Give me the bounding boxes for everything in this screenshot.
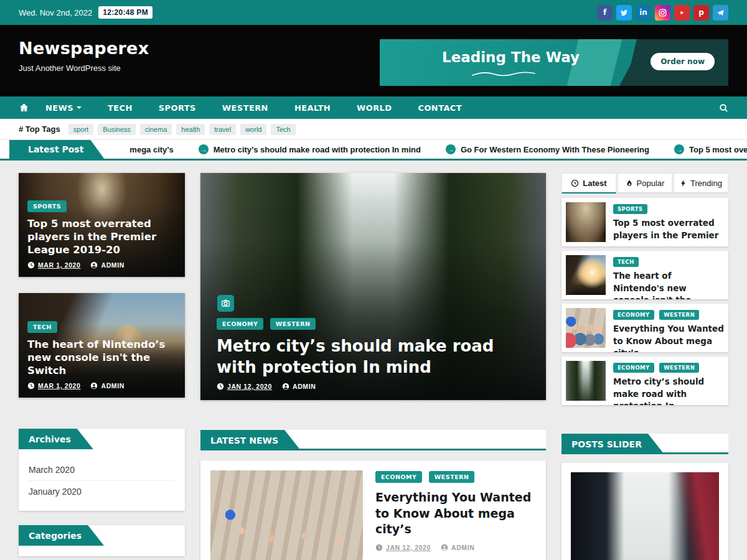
tab-label: Popular xyxy=(637,179,665,188)
sidebar-post-thumbnail xyxy=(566,361,606,401)
post-title[interactable]: Top 5 most overrated players in the Prem… xyxy=(27,217,176,256)
archives-widget-title: Archives xyxy=(19,429,93,449)
category-badge[interactable]: ECONOMY xyxy=(375,471,422,483)
ticker-label: Latest Post xyxy=(9,140,105,160)
fire-icon xyxy=(626,179,633,187)
sidebar-post-title[interactable]: Everything You Wanted to Know About mega… xyxy=(613,323,724,352)
pinterest-icon[interactable]: p xyxy=(693,5,709,21)
sidebar-post[interactable]: ECONOMY WESTERN Metro city’s should make… xyxy=(561,357,728,405)
tag-sport[interactable]: sport xyxy=(68,124,93,135)
post-date[interactable]: MAR 1, 2020 xyxy=(27,261,80,269)
tag-travel[interactable]: travel xyxy=(209,124,236,135)
featured-post-card[interactable]: ECONOMY WESTERN Metro city’s should make… xyxy=(200,173,546,400)
facebook-icon[interactable]: f xyxy=(597,5,613,21)
user-icon xyxy=(90,261,98,269)
category-badge[interactable]: WESTERN xyxy=(659,363,699,373)
tag-tech[interactable]: Tech xyxy=(271,124,295,135)
main-content: SPORTS Top 5 most overrated players in t… xyxy=(0,161,747,560)
post-date[interactable]: MAR 1, 2020 xyxy=(27,382,80,390)
category-badge[interactable]: WESTERN xyxy=(270,318,316,330)
sidebar-post-title[interactable]: Metro city’s should make road with prote… xyxy=(613,376,724,405)
current-time: 12:20:48 PM xyxy=(98,6,153,19)
tab-trending[interactable]: Trending xyxy=(674,173,728,194)
post-author[interactable]: ADMIN xyxy=(282,383,316,390)
category-badge[interactable]: WESTERN xyxy=(659,310,699,320)
linkedin-icon[interactable]: in xyxy=(636,5,651,21)
ticker-item[interactable]: mega city’s xyxy=(129,145,173,154)
home-icon[interactable] xyxy=(19,103,29,113)
post-card-tech[interactable]: TECH The heart of Nintendo’s new console… xyxy=(19,293,185,398)
site-header: Newspaperex Just Another WordPress site … xyxy=(0,25,747,96)
category-badge[interactable]: ECONOMY xyxy=(613,310,654,320)
tag-business[interactable]: Business xyxy=(98,124,136,135)
bolt-icon xyxy=(680,179,687,187)
posts-slider-card[interactable] xyxy=(561,463,728,560)
instagram-icon[interactable] xyxy=(655,5,670,21)
tag-cinema[interactable]: cinema xyxy=(140,124,172,135)
category-badge[interactable]: WESTERN xyxy=(429,471,475,483)
archives-widget: Archives March 2020 January 2020 xyxy=(19,429,185,511)
youtube-icon[interactable] xyxy=(674,5,690,21)
post-author[interactable]: ADMIN xyxy=(441,544,474,551)
sidebar-tabs: Latest Popular Trending xyxy=(561,173,728,194)
advertisement-banner[interactable]: Leading The Way Order now xyxy=(380,39,728,86)
post-date[interactable]: JAN 12, 2020 xyxy=(217,383,272,390)
featured-post-title[interactable]: Metro city’s should make road with prote… xyxy=(217,336,530,378)
sidebar-post-title[interactable]: The heart of Nintendo's new console isn'… xyxy=(613,270,724,299)
telegram-icon[interactable] xyxy=(713,5,728,21)
sidebar-post-title[interactable]: Top 5 most overrated players in the Prem… xyxy=(613,217,724,241)
post-author[interactable]: ADMIN xyxy=(90,382,124,390)
post-author[interactable]: ADMIN xyxy=(90,261,124,269)
nav-item-news[interactable]: NEWS xyxy=(45,103,82,113)
category-badge[interactable]: SPORTS xyxy=(27,200,67,212)
tag-world[interactable]: world xyxy=(240,124,266,135)
arrow-right-icon: → xyxy=(674,144,684,154)
news-card[interactable]: ECONOMY WESTERN Everything You Wanted to… xyxy=(200,460,546,560)
post-date[interactable]: JAN 12, 2020 xyxy=(375,544,431,551)
tab-popular[interactable]: Popular xyxy=(618,173,672,194)
sidebar-post[interactable]: ECONOMY WESTERN Everything You Wanted to… xyxy=(561,304,728,352)
nav-item-western[interactable]: WESTERN xyxy=(222,103,268,113)
twitter-icon[interactable] xyxy=(616,5,632,21)
chevron-down-icon xyxy=(77,106,82,109)
post-title[interactable]: The heart of Nintendo’s new console isn'… xyxy=(27,338,176,377)
banner-headline: Leading The Way xyxy=(442,49,580,65)
nav-item-contact[interactable]: CONTACT xyxy=(418,103,462,113)
post-date-text: JAN 12, 2020 xyxy=(227,383,272,390)
tag-health[interactable]: health xyxy=(176,124,205,135)
arrow-right-icon: → xyxy=(199,144,209,154)
user-icon xyxy=(282,383,289,390)
tab-latest[interactable]: Latest xyxy=(561,173,616,194)
nav-item-world[interactable]: WORLD xyxy=(357,103,392,113)
post-card-sports[interactable]: SPORTS Top 5 most overrated players in t… xyxy=(19,173,185,277)
slider-image[interactable] xyxy=(571,472,719,560)
clock-icon xyxy=(27,382,35,390)
nav-item-tech[interactable]: TECH xyxy=(108,103,133,113)
nav-item-sports[interactable]: SPORTS xyxy=(159,103,196,113)
archive-link[interactable]: January 2020 xyxy=(29,480,175,502)
clock-icon xyxy=(27,261,35,269)
ticker-item[interactable]: →Go For Western Economy With These Pione… xyxy=(446,144,649,154)
sidebar-post[interactable]: SPORTS Top 5 most overrated players in t… xyxy=(561,198,728,246)
news-card-body: ECONOMY WESTERN Everything You Wanted to… xyxy=(375,470,536,550)
ticker-item-text: mega city’s xyxy=(129,145,173,154)
sidebar-post[interactable]: TECH The heart of Nintendo's new console… xyxy=(561,251,728,299)
archive-link[interactable]: March 2020 xyxy=(29,459,175,480)
ticker-item[interactable]: →Top 5 most overrated players in the Pre… xyxy=(674,144,747,154)
category-badge[interactable]: TECH xyxy=(27,321,57,333)
category-badge[interactable]: ECONOMY xyxy=(613,363,654,373)
news-card-image[interactable] xyxy=(210,470,363,560)
post-date-text: JAN 12, 2020 xyxy=(386,544,431,551)
ticker-item[interactable]: →Metro city’s should make road with prot… xyxy=(199,144,421,154)
left-column: SPORTS Top 5 most overrated players in t… xyxy=(19,173,185,556)
news-card-title[interactable]: Everything You Wanted to Know About mega… xyxy=(375,490,536,538)
search-icon[interactable] xyxy=(719,103,728,113)
category-badge[interactable]: ECONOMY xyxy=(217,318,263,330)
category-badge[interactable]: SPORTS xyxy=(613,204,647,214)
nav-item-health[interactable]: HEALTH xyxy=(294,103,331,113)
order-now-button[interactable]: Order now xyxy=(651,53,715,70)
post-author-text: ADMIN xyxy=(293,383,316,390)
category-badge[interactable]: TECH xyxy=(613,257,639,267)
post-author-text: ADMIN xyxy=(101,261,124,269)
right-sidebar: Latest Popular Trending SPORTS Top 5 mos… xyxy=(561,173,728,560)
